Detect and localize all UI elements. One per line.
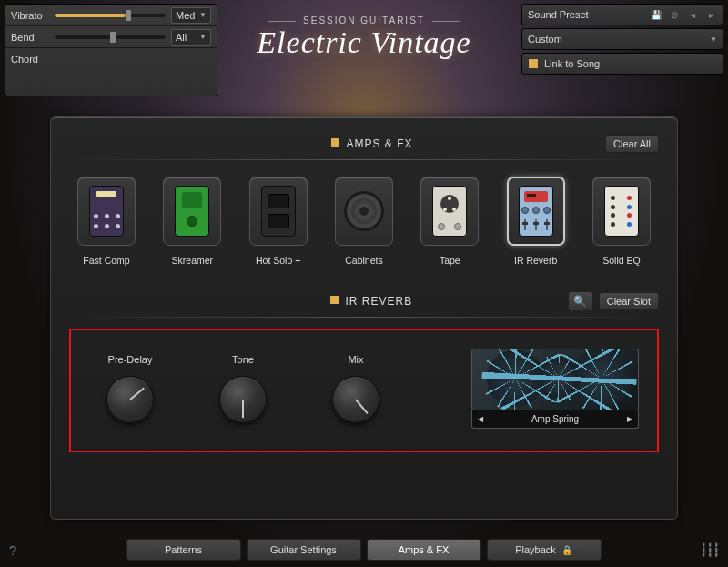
ir-reverb-controls: Pre-Delay .knob[style*="-130deg"]::after…: [69, 329, 659, 452]
vibrato-mode-select[interactable]: Med ▼: [171, 7, 211, 24]
fx-label: Solid EQ: [584, 255, 659, 266]
link-to-song-label: Link to Song: [544, 58, 600, 69]
search-icon: 🔍: [573, 295, 587, 308]
clear-all-button[interactable]: Clear All: [605, 135, 659, 153]
predelay-knob[interactable]: .knob[style*="-130deg"]::after{transform…: [106, 376, 154, 423]
chevron-down-icon: ▼: [199, 33, 207, 41]
chevron-down-icon: ▼: [199, 11, 207, 19]
tab-playback[interactable]: Playback 🔒: [487, 539, 602, 561]
predelay-label: Pre-Delay: [89, 354, 171, 365]
fx-slot-row: Fast Comp Skreamer Hot Solo + Cabinets T…: [69, 177, 659, 266]
fx-slot-cabinets[interactable]: Cabinets: [327, 177, 401, 266]
help-button[interactable]: ?: [9, 542, 27, 558]
mix-control: Mix .knob[style*="--r2"]::after{transfor…: [315, 354, 397, 423]
lock-icon: 🔒: [561, 545, 572, 555]
fx-slot-solideq[interactable]: Solid EQ: [584, 177, 659, 266]
chord-label: Chord: [11, 54, 49, 65]
predelay-control: Pre-Delay .knob[style*="-130deg"]::after…: [89, 354, 171, 423]
tab-playback-label: Playback: [515, 544, 556, 555]
fx-slot-tape[interactable]: Tape: [412, 177, 487, 266]
vibrato-row: Vibrato Med ▼: [5, 5, 217, 26]
bend-mode-select[interactable]: All ▼: [171, 29, 211, 46]
fx-label: IR Reverb: [499, 255, 573, 266]
ampsfx-header: AMPS & FX Clear All: [69, 132, 659, 156]
ir-preview: ◀ Amp Spring ▶: [471, 349, 639, 429]
fx-label: Tape: [412, 255, 487, 266]
vibrato-slider[interactable]: [55, 14, 166, 17]
tab-guitar-settings[interactable]: Guitar Settings: [247, 539, 361, 561]
app-window: Vibrato Med ▼ Bend All ▼: [0, 0, 728, 567]
mixer-icon[interactable]: ┇┇┇: [700, 542, 719, 557]
preset-select[interactable]: Custom ▼: [521, 28, 723, 50]
mix-knob[interactable]: .knob[style*="--r2"]::after{transform:tr…: [332, 376, 379, 423]
preset-value: Custom: [528, 34, 710, 45]
performance-panel: Vibrato Med ▼ Bend All ▼: [5, 4, 217, 96]
bend-label: Bend: [11, 32, 49, 43]
ir-prev-button[interactable]: ◀: [478, 415, 483, 423]
section-indicator-icon: [331, 138, 339, 147]
cancel-icon[interactable]: ⊘: [668, 8, 681, 21]
sound-preset-label: Sound Preset: [528, 9, 589, 20]
fx-label: Skreamer: [155, 255, 229, 266]
link-to-song-row[interactable]: Link to Song: [521, 53, 723, 75]
fx-slot-fastcomp[interactable]: Fast Comp: [69, 177, 144, 266]
ampsfx-title: AMPS & FX: [138, 137, 605, 150]
vibrato-label: Vibrato: [11, 10, 49, 21]
fx-slot-skreamer[interactable]: Skreamer: [155, 177, 229, 266]
fx-label: Hot Solo +: [241, 255, 316, 266]
prev-preset-icon[interactable]: ◂: [686, 8, 699, 21]
ir-preset-name: Amp Spring: [531, 414, 579, 424]
clear-slot-button[interactable]: Clear Slot: [599, 292, 659, 310]
fx-slot-hotsolo[interactable]: Hot Solo +: [241, 177, 316, 266]
view-tabs: Patterns Guitar Settings Amps & FX Playb…: [27, 539, 700, 561]
save-icon[interactable]: 💾: [650, 8, 662, 21]
link-to-song-checkbox[interactable]: [528, 58, 539, 69]
logo-title: Electric Vintage: [255, 25, 473, 60]
bend-row: Bend All ▼: [5, 26, 217, 48]
mix-label: Mix: [315, 354, 397, 365]
detail-title: IR REVERB: [175, 295, 568, 308]
ir-next-button[interactable]: ▶: [627, 415, 632, 423]
tone-label: Tone: [202, 354, 284, 365]
fx-label: Fast Comp: [69, 255, 144, 266]
ir-preset-nav: ◀ Amp Spring ▶: [471, 410, 639, 429]
tone-knob[interactable]: .knob:not([style])::after, .knob[data-na…: [219, 376, 267, 423]
section-indicator-icon: [330, 296, 339, 304]
product-logo: SESSION GUITARIST Electric Vintage: [255, 11, 473, 60]
fx-label: Cabinets: [327, 255, 401, 266]
ir-preview-image[interactable]: [471, 349, 639, 410]
chevron-down-icon: ▼: [710, 35, 717, 44]
tab-patterns[interactable]: Patterns: [126, 539, 241, 561]
vibrato-mode-value: Med: [176, 10, 195, 21]
divider: [69, 159, 659, 160]
preset-header-row: Sound Preset 💾 ⊘ ◂ ▸: [521, 4, 723, 25]
preset-panel: Sound Preset 💾 ⊘ ◂ ▸ Custom ▼ Link to So…: [521, 4, 723, 96]
tone-control: Tone .knob:not([style])::after, .knob[da…: [202, 354, 284, 423]
bottom-bar: ? Patterns Guitar Settings Amps & FX Pla…: [0, 532, 728, 567]
next-preset-icon[interactable]: ▸: [704, 8, 717, 21]
magnify-button[interactable]: 🔍: [568, 291, 593, 311]
tab-amps-fx[interactable]: Amps & FX: [367, 539, 481, 561]
detail-header: IR REVERB 🔍 Clear Slot: [69, 289, 659, 313]
divider: [69, 317, 659, 318]
logo-subtitle: SESSION GUITARIST: [296, 15, 432, 25]
ampsfx-panel: AMPS & FX Clear All Fast Comp Skreamer H…: [50, 116, 678, 520]
fx-slot-irreverb[interactable]: IR Reverb: [499, 177, 573, 266]
chord-row[interactable]: Chord: [5, 48, 217, 70]
bend-slider[interactable]: [55, 35, 166, 39]
bend-mode-value: All: [176, 32, 187, 43]
